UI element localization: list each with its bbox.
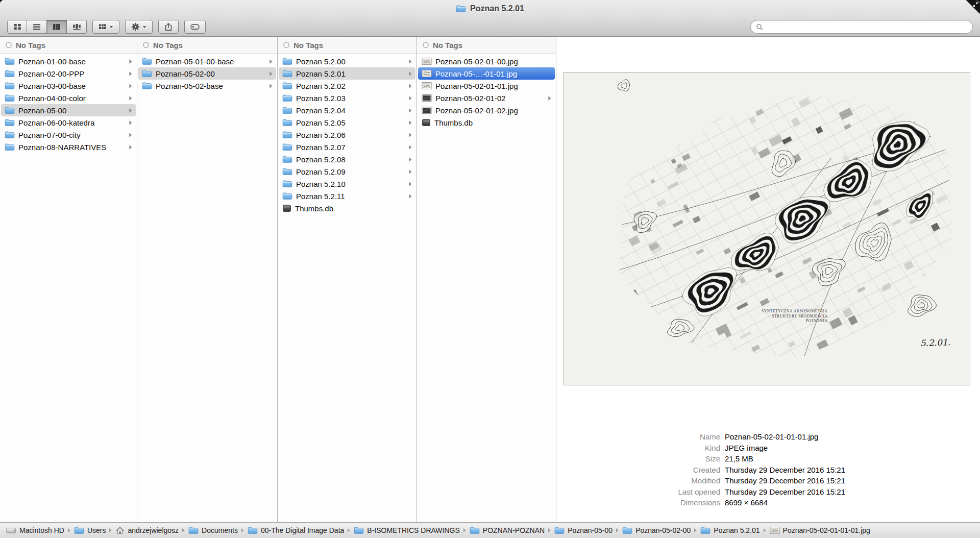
file-row[interactable]: Poznan 5.2.11	[279, 190, 415, 202]
file-row[interactable]: Poznan-07-00-city	[1, 129, 136, 141]
file-name: Poznan-01-00-base	[18, 57, 125, 66]
cover-flow-icon	[72, 23, 81, 31]
file-name: Poznan-03-00-base	[18, 82, 125, 90]
file-name: Poznan 5.2.04	[296, 106, 405, 115]
icon-view-button[interactable]	[7, 20, 27, 34]
file-name: Poznan-02-00-PPP	[18, 69, 125, 78]
search-field[interactable]	[750, 20, 973, 34]
file-row[interactable]: Poznan-05-02-00	[138, 67, 276, 80]
folder-icon	[188, 526, 199, 534]
titlebar[interactable]: Poznan 5.2.01	[0, 0, 980, 17]
column-view-icon	[53, 23, 61, 31]
file-row[interactable]: Poznan-05-02-01-02.jpg	[418, 104, 555, 116]
finder-column: No TagsPoznan-01-00-basePoznan-02-00-PPP…	[0, 37, 137, 522]
file-row[interactable]: Poznan-04-00-color	[1, 92, 136, 104]
path-item[interactable]: POZNAN-POZNAN	[469, 526, 546, 534]
tags-button[interactable]	[184, 20, 206, 34]
file-row[interactable]: Thumbs.db	[279, 202, 415, 214]
file-row[interactable]: Poznan 5.2.00	[279, 55, 415, 67]
path-item[interactable]: 00-The Digital Image Data	[247, 526, 345, 534]
list-view-button[interactable]	[27, 20, 47, 34]
arrange-button[interactable]	[92, 20, 119, 34]
chevron-right-icon	[129, 71, 133, 77]
file-row[interactable]: Poznan 5.2.05	[279, 116, 415, 129]
file-info-row: Dimensions8699 × 6684	[556, 497, 972, 508]
folder-icon	[282, 167, 292, 176]
cover-flow-view-button[interactable]	[67, 20, 87, 34]
file-row[interactable]: Poznan-05-01-00-base	[138, 55, 276, 67]
chevron-right-icon	[548, 95, 552, 101]
file-row[interactable]: Poznan-05-02-01-01.jpg	[418, 80, 555, 92]
info-label: Last opened	[556, 486, 725, 498]
chevron-right-icon	[269, 59, 273, 64]
path-item-label: Poznan-05-02-01-01-01.jpg	[783, 526, 870, 534]
file-row[interactable]: Thumbs.db	[418, 116, 555, 129]
exit-fullscreen-button[interactable]	[965, 0, 980, 15]
preview-image[interactable]: SYNTETYCZNA AKSONOMETRIASTRUKTURY ŚRÓDMI…	[564, 72, 970, 385]
file-row[interactable]: Poznan-02-00-PPP	[1, 67, 136, 80]
chevron-right-icon	[408, 108, 412, 113]
file-name: Thumbs.db	[434, 118, 552, 127]
column-header-label: No Tags	[16, 41, 45, 50]
file-name: Poznan 5.2.11	[296, 192, 405, 201]
file-row[interactable]: Poznan-05-02-01-02	[418, 92, 555, 104]
file-row[interactable]: Poznan-05-…-01-01.jpg	[418, 67, 555, 80]
finder-column: No TagsPoznan-05-01-00-basePoznan-05-02-…	[137, 37, 278, 522]
file-name: Poznan-05-01-00-base	[156, 57, 265, 66]
path-item[interactable]: Poznan-05-02-01-01-01.jpg	[769, 526, 871, 534]
folder-icon	[282, 131, 292, 139]
svg-text:5.2.01.: 5.2.01.	[920, 337, 950, 348]
path-item[interactable]: Poznan-05-00	[553, 526, 614, 534]
file-row[interactable]: Poznan 5.2.02	[279, 80, 415, 92]
path-separator-icon	[546, 528, 553, 533]
path-item[interactable]: Documents	[187, 526, 239, 534]
path-item[interactable]: Users	[73, 526, 107, 534]
file-row[interactable]: Poznan 5.2.08	[279, 153, 415, 165]
chevron-right-icon	[129, 59, 133, 64]
file-row[interactable]: Poznan-05-02-01-00.jpg	[418, 55, 555, 67]
path-item-label: 00-The Digital Image Data	[261, 526, 344, 534]
file-name: Poznan 5.2.01	[296, 69, 405, 78]
path-item[interactable]: Macintosh HD	[5, 526, 65, 534]
file-row[interactable]: Poznan 5.2.10	[279, 178, 415, 190]
path-separator-icon	[614, 528, 621, 533]
column-view-button[interactable]	[47, 20, 67, 34]
file-row[interactable]: Poznan 5.2.06	[279, 129, 415, 141]
file-list: Poznan-05-01-00-basePoznan-05-02-00Pozna…	[137, 54, 277, 92]
file-row[interactable]: Poznan-05-00	[1, 104, 136, 116]
folder-icon	[282, 143, 292, 151]
file-row[interactable]: Poznan-05-02-base	[138, 80, 276, 92]
file-name: Poznan-05-02-01-02.jpg	[435, 106, 552, 115]
svg-text:POZNANIA: POZNANIA	[806, 319, 828, 323]
path-item[interactable]: Poznan-05-02-00	[621, 526, 692, 534]
info-label: Kind	[556, 443, 725, 454]
file-row[interactable]: Poznan-01-00-base	[1, 55, 136, 67]
column-header-label: No Tags	[433, 41, 462, 50]
dropdown-caret-icon	[142, 26, 146, 29]
info-value: Thursday 29 December 2016 15:21	[725, 475, 845, 486]
folder-icon	[282, 192, 292, 200]
file-row[interactable]: Poznan-08-NARRATIVES	[1, 141, 136, 153]
share-button[interactable]	[158, 20, 179, 34]
path-item[interactable]: Poznan 5.2.01	[699, 526, 761, 534]
path-item[interactable]: andrzejwielgosz	[114, 526, 180, 534]
file-row[interactable]: Poznan 5.2.09	[279, 165, 415, 178]
file-name: Poznan 5.2.03	[296, 94, 405, 103]
file-row[interactable]: Poznan 5.2.01	[279, 67, 415, 80]
folder-icon	[282, 94, 292, 102]
file-row[interactable]: Poznan 5.2.07	[279, 141, 415, 153]
chevron-right-icon	[269, 71, 273, 77]
file-row[interactable]: Poznan 5.2.04	[279, 104, 415, 116]
image-icon	[770, 526, 780, 534]
chevron-right-icon	[408, 132, 412, 138]
file-row[interactable]: Poznan 5.2.03	[279, 92, 415, 104]
folder-icon	[5, 106, 15, 114]
action-button[interactable]	[125, 20, 153, 34]
path-item[interactable]: B-ISOMETRICS DRAWINGS	[353, 526, 461, 534]
file-row[interactable]: Poznan-06-00-katedra	[1, 116, 136, 129]
info-label: Size	[556, 453, 725, 464]
chevron-right-icon	[408, 59, 412, 64]
search-input[interactable]	[766, 23, 967, 31]
file-row[interactable]: Poznan-03-00-base	[1, 80, 136, 92]
folder-icon	[282, 180, 292, 188]
